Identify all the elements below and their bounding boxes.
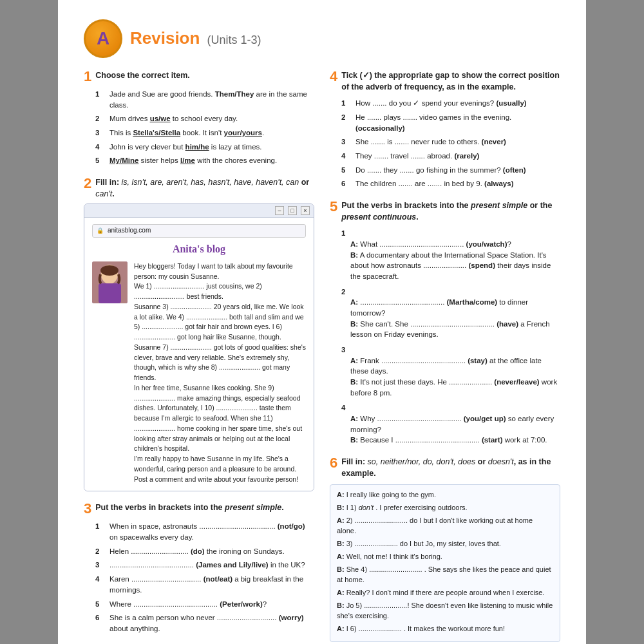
section-5-title: Put the verbs in brackets into the prese… xyxy=(341,200,560,223)
section-2-number: 2 xyxy=(84,176,91,191)
section-2-title: Fill in: is, isn't, are, aren't, has, ha… xyxy=(95,176,314,200)
browser-content: 🔒 anitasblog.com Anita's blog xyxy=(84,218,314,491)
bold-option: Stella's/Stella xyxy=(133,129,180,137)
section-1-list: 1 Jade and Sue are good friends. Them/Th… xyxy=(95,89,314,166)
list-item: 1 Jade and Sue are good friends. Them/Th… xyxy=(95,89,314,110)
browser-titlebar: – □ × xyxy=(84,204,314,218)
close-button[interactable]: × xyxy=(301,206,310,215)
blog-paragraph-1: We 1) ........................... just c… xyxy=(134,281,306,302)
item-number: 6 xyxy=(95,612,103,623)
list-item: 3 A: Frank .............................… xyxy=(341,345,560,398)
item-number: 1 xyxy=(341,98,349,109)
svg-point-3 xyxy=(100,265,118,276)
item-number: 3 xyxy=(95,128,103,138)
item-qa: A: What ................................… xyxy=(350,239,560,282)
list-item: 5 My/Mine sister helps I/me with the cho… xyxy=(95,155,314,166)
speaker-a: A: What ................................… xyxy=(350,239,560,250)
section-2-header: 2 Fill in: is, isn't, are, aren't, has, … xyxy=(84,176,314,200)
blog-paragraph-4: In her free time, Susanne likes cooking.… xyxy=(134,383,306,454)
dialogue-line: A: Well, not me! I think it's boring. xyxy=(337,552,553,562)
section-1-title: Choose the correct item. xyxy=(95,70,314,81)
list-item: 5 Do ....... they ....... go fishing in … xyxy=(341,165,560,176)
dialogue-line: B: 3) ...................... do I but Jo… xyxy=(337,539,553,549)
item-text: He ....... plays ....... video games in … xyxy=(355,112,560,133)
item-text: She is a calm person who never .........… xyxy=(109,612,314,634)
item-number: 6 xyxy=(341,178,349,189)
bold-option: him/he xyxy=(185,143,209,151)
section-4-title: Tick (✓) the appropriate gap to show the… xyxy=(341,70,560,93)
item-text: How ....... do you ✓ spend your evenings… xyxy=(355,98,527,109)
speaker-a: A: .....................................… xyxy=(350,297,560,318)
header-text: Revision (Units 1-3) xyxy=(130,26,261,51)
dialogue-line: A: Really? I don't mind if there are peo… xyxy=(337,588,553,598)
item-number: 2 xyxy=(95,113,103,124)
section-5-header: 5 Put the verbs in brackets into the pre… xyxy=(330,200,560,223)
item-number: 5 xyxy=(95,599,103,610)
item-number: 2 xyxy=(95,546,103,557)
list-item: 2 A: ...................................… xyxy=(341,287,560,340)
speaker-b: B: Because I ...........................… xyxy=(350,435,560,446)
bold-option: My/Mine xyxy=(109,156,138,164)
item-number: 5 xyxy=(95,155,103,166)
page-title: Revision xyxy=(130,28,200,48)
blog-paragraph-2: Susanne 3) ...................... 20 yea… xyxy=(134,302,306,343)
list-item: 3 She ....... is ....... never rude to o… xyxy=(341,137,560,147)
page: A Revision (Units 1-3) 1 Choose the corr… xyxy=(58,0,586,644)
blog-avatar xyxy=(92,261,128,303)
address-bar[interactable]: 🔒 anitasblog.com xyxy=(92,224,306,238)
item-number: 2 xyxy=(341,112,349,123)
item-number: 3 xyxy=(95,560,103,571)
blog-body: Hey bloggers! Today I want to talk about… xyxy=(92,261,306,485)
bold-option: Them/They xyxy=(215,90,254,98)
list-item: 3 ......................................… xyxy=(95,560,314,571)
list-item: 2 Helen ............................ (do… xyxy=(95,546,314,557)
item-number: 1 xyxy=(341,229,345,237)
section-3-title: Put the verbs in brackets into the prese… xyxy=(95,502,314,513)
section-6-number: 6 xyxy=(330,456,337,470)
item-text: When in space, astronauts ..............… xyxy=(109,521,314,542)
bold-option: I/me xyxy=(180,156,195,164)
item-text: Do ....... they ....... go fishing in th… xyxy=(355,165,526,176)
blog-paragraph-6: Post a comment and write about your favo… xyxy=(134,475,306,485)
item-number: 4 xyxy=(341,404,345,412)
list-item: 2 He ....... plays ....... video games i… xyxy=(341,112,560,133)
item-text: They ....... travel ....... abroad. (rar… xyxy=(355,151,479,162)
section-5-list: 1 A: What ..............................… xyxy=(341,228,560,446)
list-item: 1 How ....... do you ✓ spend your evenin… xyxy=(341,98,560,109)
item-qa: A: Why .................................… xyxy=(350,413,560,446)
minimize-button[interactable]: – xyxy=(275,206,284,215)
item-number: 4 xyxy=(95,574,103,585)
item-text: She ....... is ....... never rude to oth… xyxy=(355,137,506,147)
item-number: 1 xyxy=(95,521,103,532)
section-5: 5 Put the verbs in brackets into the pre… xyxy=(330,200,560,446)
item-text: ........................................… xyxy=(109,560,305,571)
list-item: 6 She is a calm person who never .......… xyxy=(95,612,314,634)
dialogue-line: B: Jo 5) ......................! She doe… xyxy=(337,601,553,621)
section-3-header: 3 Put the verbs in brackets into the pre… xyxy=(84,502,314,516)
list-item: 2 Mum drives us/we to school every day. xyxy=(95,113,314,124)
item-number: 5 xyxy=(341,165,349,176)
left-column: 1 Choose the correct item. 1 Jade and Su… xyxy=(84,70,314,644)
header: A Revision (Units 1-3) xyxy=(84,19,560,58)
item-number: 2 xyxy=(341,288,345,296)
dialogue-line: B: She 4) ........................... . … xyxy=(337,565,553,585)
item-text: Mum drives us/we to school every day. xyxy=(109,113,238,124)
avatar-svg xyxy=(92,261,128,303)
section-1-number: 1 xyxy=(84,70,91,84)
svg-rect-2 xyxy=(99,283,121,303)
list-item: 4 Karen ................................… xyxy=(95,574,314,595)
section-1: 1 Choose the correct item. 1 Jade and Su… xyxy=(84,70,314,166)
item-number: 4 xyxy=(95,142,103,153)
blog-paragraph-3: Susanne 7) ...................... got lo… xyxy=(134,343,306,383)
item-text: John is very clever but him/he is lazy a… xyxy=(109,142,261,153)
item-qa: A: .....................................… xyxy=(350,297,560,340)
section-5-number: 5 xyxy=(330,200,337,214)
item-text: Helen ............................ (do) … xyxy=(109,546,285,557)
blog-intro: Hey bloggers! Today I want to talk about… xyxy=(134,261,306,282)
maximize-button[interactable]: □ xyxy=(288,206,297,215)
section-3-list: 1 When in space, astronauts ............… xyxy=(95,521,314,634)
item-number: 4 xyxy=(341,151,349,162)
list-item: 3 This is Stella's/Stella book. It isn't… xyxy=(95,128,314,138)
url-text: anitasblog.com xyxy=(108,226,151,236)
right-column: 4 Tick (✓) the appropriate gap to show t… xyxy=(330,70,560,644)
